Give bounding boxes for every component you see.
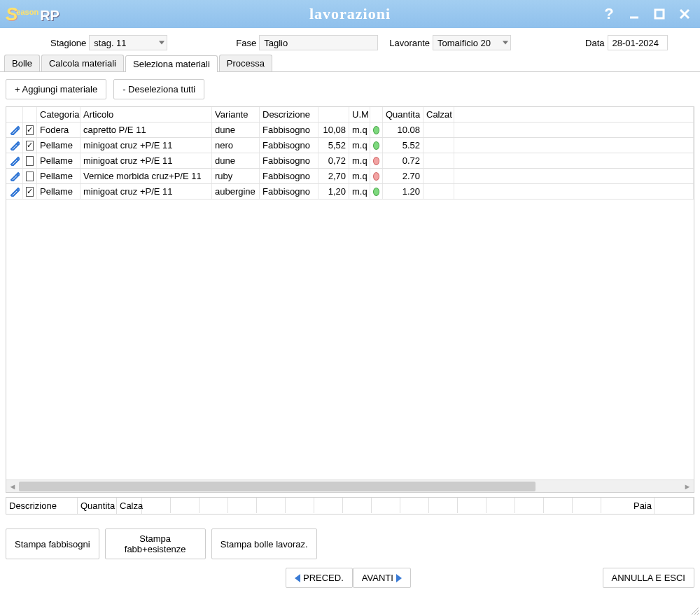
cell-categoria: Fodera — [37, 122, 80, 137]
deseleziona-tutti-button[interactable]: - Deseleziona tutti — [113, 79, 204, 99]
cell-quantita: 0.72 — [383, 153, 424, 168]
svg-rect-1 — [655, 10, 664, 18]
cell-articolo: minigoat cruz +P/E 11 — [80, 138, 212, 153]
close-button[interactable] — [675, 4, 694, 24]
filter-row: Stagione stag. 11 Fase Taglio Lavorante … — [0, 28, 700, 56]
edit-icon[interactable] — [10, 172, 20, 181]
cell-descrizione: Fabbisogno — [260, 153, 318, 168]
edit-icon[interactable] — [10, 125, 20, 135]
avanti-button[interactable]: AVANTI — [353, 568, 411, 588]
aggiungi-materiale-button[interactable]: + Aggiungi materiale — [6, 79, 106, 99]
lower-col-calza: Calza — [117, 498, 142, 514]
row-checkbox[interactable] — [26, 125, 34, 135]
annulla-esci-button[interactable]: ANNULLA E ESCI — [603, 568, 695, 588]
lower-col-quantita: Quantita — [78, 498, 117, 514]
edit-icon[interactable] — [10, 156, 20, 166]
col-categoria: Categoria — [37, 107, 80, 122]
resize-grip[interactable] — [690, 606, 699, 615]
cell-quantita: 2.70 — [383, 169, 424, 183]
stampa-bolle-lavoraz-button[interactable]: Stampa bolle lavoraz. — [211, 528, 317, 559]
window-title: lavorazioni — [309, 5, 391, 23]
row-checkbox[interactable] — [26, 187, 34, 197]
col-calzat: Calzat — [424, 107, 454, 122]
tab-calcola-materiali[interactable]: Calcola materiali — [41, 55, 124, 71]
row-checkbox[interactable] — [26, 156, 34, 166]
titlebar: S eason RP lavorazioni ? — [0, 0, 700, 28]
lavorante-label: Lavorante — [389, 38, 430, 48]
data-label: Data — [585, 38, 604, 48]
maximize-button[interactable] — [650, 4, 669, 24]
tab-seleziona-materiali[interactable]: Seleziona materiali — [125, 55, 218, 72]
arrow-right-icon — [396, 574, 402, 582]
tabs: Bolle Calcola materiali Seleziona materi… — [0, 55, 700, 72]
cell-quantita: 5.52 — [383, 138, 424, 153]
cell-q: 0,72 — [318, 153, 349, 168]
tab-processa[interactable]: Processa — [219, 55, 272, 71]
col-descrizione: Descrizione — [260, 107, 318, 122]
fase-select[interactable]: Taglio — [259, 35, 378, 50]
cell-q: 1,20 — [318, 184, 349, 199]
cell-variante: aubergine — [212, 184, 260, 199]
help-button[interactable]: ? — [599, 4, 619, 24]
cell-um: m.q — [349, 184, 370, 199]
cell-variante: dune — [212, 122, 260, 137]
cell-categoria: Pellame — [37, 138, 80, 153]
row-checkbox[interactable] — [26, 141, 34, 150]
cell-q: 5,52 — [318, 138, 349, 153]
table-row: Pellameminigoat cruz +P/E 11neroFabbisog… — [6, 138, 694, 153]
chevron-down-icon — [159, 41, 164, 45]
stagione-value: stag. 11 — [94, 38, 126, 48]
cell-categoria: Pellame — [37, 153, 80, 168]
stagione-label: Stagione — [50, 38, 86, 48]
logo-rp: RP — [40, 8, 59, 24]
table-row: Foderacapretto P/E 11duneFabbisogno10,08… — [6, 122, 694, 138]
cell-categoria: Pellame — [37, 184, 80, 199]
table-row: PellameVernice morbida cruz+P/E 11rubyFa… — [6, 169, 694, 184]
lavorante-value: Tomaificio 20 — [438, 38, 491, 48]
materials-grid: Categoria Articolo Variante Descrizione … — [6, 106, 694, 493]
col-quantita: Quantita — [383, 107, 424, 122]
col-variante: Variante — [212, 107, 260, 122]
cell-descrizione: Fabbisogno — [260, 138, 318, 153]
status-dot — [373, 172, 379, 181]
fase-label: Fase — [236, 38, 256, 48]
stampa-fabb-esistenze-button[interactable]: Stampa fabb+esistenze — [105, 528, 206, 559]
cell-q: 10,08 — [318, 122, 349, 137]
table-row: Pellameminigoat cruz +P/E 11duneFabbisog… — [6, 153, 694, 169]
cell-um: m.q — [349, 169, 370, 183]
cell-descrizione: Fabbisogno — [260, 169, 318, 183]
avanti-label: AVANTI — [362, 573, 393, 583]
col-um: U.M — [349, 107, 370, 122]
fase-value: Taglio — [264, 38, 288, 48]
logo-season: eason — [16, 8, 38, 16]
status-dot — [373, 157, 379, 165]
cell-quantita: 1.20 — [383, 184, 424, 199]
data-value: 28-01-2024 — [612, 38, 659, 48]
status-dot — [373, 126, 379, 134]
minimize-button[interactable] — [624, 4, 644, 24]
edit-icon[interactable] — [10, 141, 20, 150]
col-articolo: Articolo — [80, 107, 212, 122]
preced-button[interactable]: PRECED. — [286, 568, 353, 588]
cell-variante: dune — [212, 153, 260, 168]
cell-um: m.q — [349, 153, 370, 168]
cell-variante: nero — [212, 138, 260, 153]
stagione-select[interactable]: stag. 11 — [89, 35, 167, 50]
status-dot — [373, 141, 379, 150]
cell-articolo: minigoat cruz +P/E 11 — [80, 153, 212, 168]
preced-label: PRECED. — [303, 573, 344, 583]
cell-articolo: Vernice morbida cruz+P/E 11 — [80, 169, 212, 183]
row-checkbox[interactable] — [26, 172, 34, 181]
arrow-left-icon — [295, 574, 300, 582]
lavorante-select[interactable]: Tomaificio 20 — [433, 35, 511, 50]
chevron-down-icon — [503, 41, 508, 45]
tab-bolle[interactable]: Bolle — [4, 55, 40, 71]
stampa-fabbisogni-button[interactable]: Stampa fabbisogni — [6, 528, 99, 559]
data-field[interactable]: 28-01-2024 — [608, 35, 668, 50]
cell-variante: ruby — [212, 169, 260, 183]
horizontal-scrollbar[interactable]: ◄ ► — [6, 479, 694, 492]
cell-descrizione: Fabbisogno — [260, 184, 318, 199]
edit-icon[interactable] — [10, 187, 20, 197]
cell-um: m.q — [349, 122, 370, 137]
lower-col-descrizione: Descrizione — [6, 498, 78, 514]
